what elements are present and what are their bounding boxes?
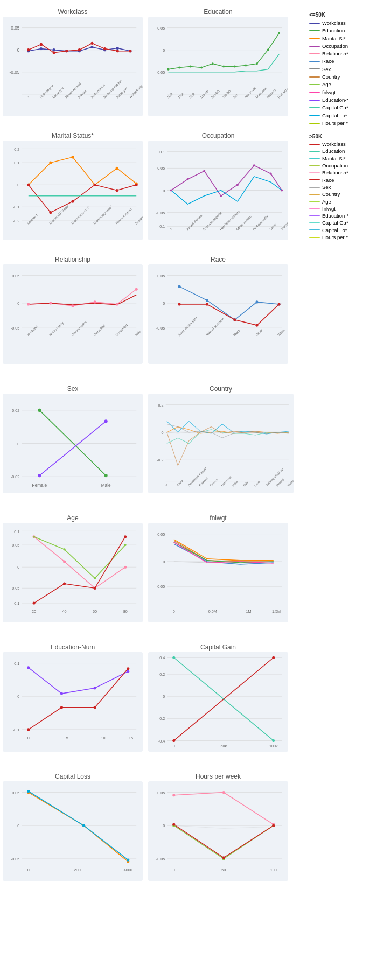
- svg-text:?: ?: [165, 484, 168, 487]
- svg-text:100k: 100k: [269, 744, 278, 748]
- legend-color-caploss-gt: [309, 229, 320, 230]
- svg-point-80: [49, 211, 52, 214]
- legend-label-education-leq: Education: [322, 27, 345, 34]
- svg-text:Transport-movin*: Transport-movin*: [280, 211, 288, 232]
- svg-text:0.05: 0.05: [157, 532, 165, 537]
- svg-point-77: [116, 167, 118, 170]
- svg-point-146: [178, 303, 180, 305]
- chart-fnlwgt: fnlwgt 0.05 0 -0.05: [148, 514, 288, 633]
- svg-text:England: England: [198, 477, 208, 487]
- legend-label-capgain-gt: Capital Ga*: [322, 219, 348, 226]
- svg-text:-0.2: -0.2: [158, 716, 165, 721]
- chart-ednum-svg: 0.1 0 -0.1: [3, 652, 143, 752]
- legend-item-age-gt: Age: [309, 198, 375, 205]
- svg-text:Own-child: Own-child: [93, 324, 106, 337]
- svg-text:0: 0: [17, 183, 19, 187]
- chart-country-svg: 0.2 0 -0.2 ? China Domi: [148, 394, 294, 493]
- legend-color-occupation-leq: [309, 46, 320, 47]
- svg-text:Married-spouse-*: Married-spouse-*: [93, 204, 114, 225]
- svg-point-127: [116, 303, 118, 305]
- svg-text:Vietnam: Vietnam: [287, 477, 294, 487]
- svg-point-45: [212, 62, 214, 65]
- chart-occupation: Occupation 0.1 0.05 0 -0.05 -0.1: [148, 132, 288, 250]
- legend-item-hours-leq: Hours per *: [309, 120, 375, 127]
- svg-point-148: [233, 318, 236, 321]
- svg-text:-0.1: -0.1: [13, 727, 19, 732]
- chart-relationship-svg: 0.05 0 -0.05 Husband N: [3, 264, 143, 364]
- svg-text:?: ?: [169, 227, 173, 231]
- svg-point-102: [186, 178, 188, 180]
- svg-text:7th-8th: 7th-8th: [221, 89, 232, 99]
- svg-text:Sales: Sales: [268, 222, 277, 231]
- svg-text:Husband: Husband: [26, 325, 39, 337]
- chart-workclass-title: Workclass: [3, 8, 143, 16]
- svg-text:0: 0: [27, 867, 30, 872]
- legend-color-caploss-leq: [309, 115, 320, 116]
- legend-label-country-leq: Country: [322, 73, 340, 80]
- svg-point-253: [172, 739, 175, 742]
- svg-text:Masters: Masters: [266, 88, 276, 99]
- chart-sex-title: Sex: [3, 385, 143, 393]
- svg-text:0.05: 0.05: [157, 166, 165, 171]
- svg-point-101: [170, 189, 172, 191]
- legend-label-hours-gt: Hours per *: [322, 234, 348, 241]
- svg-point-235: [94, 706, 96, 709]
- svg-text:0.05: 0.05: [12, 543, 19, 548]
- legend-item-relationship-gt: Relationsh*: [309, 169, 375, 176]
- legend-label-occupation-gt: Occupation: [322, 162, 348, 169]
- svg-text:0: 0: [17, 48, 20, 53]
- svg-text:0: 0: [173, 609, 175, 614]
- svg-point-162: [38, 409, 41, 412]
- svg-text:0.2: 0.2: [159, 672, 165, 677]
- svg-text:0.1: 0.1: [14, 529, 19, 534]
- svg-text:Female: Female: [32, 483, 47, 488]
- legend-item-relationship-leq: Relationsh*: [309, 50, 375, 57]
- legend-color-fnlwgt-leq: [309, 92, 320, 93]
- svg-text:-0.05: -0.05: [156, 326, 165, 331]
- svg-text:15: 15: [129, 736, 133, 740]
- legend-label-ednum-gt: Education-*: [322, 212, 348, 219]
- legend-label-education-gt: Education: [322, 148, 345, 155]
- svg-point-14: [116, 47, 119, 50]
- chart-fnlwgt-title: fnlwgt: [148, 514, 288, 522]
- svg-point-12: [90, 46, 93, 48]
- chart-occupation-title: Occupation: [148, 132, 288, 139]
- svg-point-103: [203, 170, 205, 172]
- legend-label-caploss-leq: Capital Lo*: [322, 112, 347, 119]
- svg-point-164: [38, 474, 41, 477]
- svg-text:Local-gov: Local-gov: [52, 86, 65, 99]
- chart-education-title: Education: [148, 8, 288, 16]
- chart-race-title: Race: [148, 256, 288, 263]
- svg-point-46: [222, 65, 225, 67]
- legend-item-country-leq: Country: [309, 73, 375, 80]
- svg-text:0: 0: [17, 565, 19, 570]
- svg-text:10th: 10th: [166, 92, 173, 99]
- svg-text:India: India: [232, 480, 239, 487]
- legend-item-education-leq: Education: [309, 27, 375, 34]
- svg-point-48: [245, 64, 247, 66]
- svg-point-232: [127, 670, 129, 673]
- svg-point-23: [116, 50, 119, 52]
- svg-text:-0.1: -0.1: [158, 224, 165, 229]
- svg-point-75: [71, 156, 74, 158]
- legend-color-relationship-leq: [309, 53, 320, 54]
- svg-point-285: [172, 823, 175, 826]
- legend-item-marital-leq: Marital St*: [309, 35, 375, 42]
- svg-point-230: [60, 692, 63, 695]
- svg-point-198: [63, 560, 66, 563]
- svg-point-21: [90, 42, 93, 45]
- svg-text:Greece: Greece: [209, 478, 218, 487]
- svg-point-203: [94, 577, 96, 579]
- chart-marital-svg: 0.2 0.1 0 -0.1 -0.2: [3, 141, 143, 240]
- chart-capgain-svg: 0.4 0.2 0 -0.2 -0.4 0 50: [148, 652, 288, 752]
- svg-text:0: 0: [162, 430, 164, 435]
- svg-text:0.2: 0.2: [14, 147, 19, 152]
- chart-row-1: Workclass 0.05 0 -0.05: [0, 5, 307, 129]
- svg-text:Laos: Laos: [254, 480, 261, 487]
- svg-point-79: [27, 184, 30, 186]
- svg-text:Poland: Poland: [276, 478, 285, 487]
- legend-label-age-gt: Age: [322, 198, 331, 205]
- legend-item-sex-gt: Sex: [309, 184, 375, 191]
- chart-row-7: Capital Loss 0.05 0 -0.05: [0, 770, 307, 894]
- chart-workclass-svg: 0.05 0 -0.05: [3, 17, 143, 116]
